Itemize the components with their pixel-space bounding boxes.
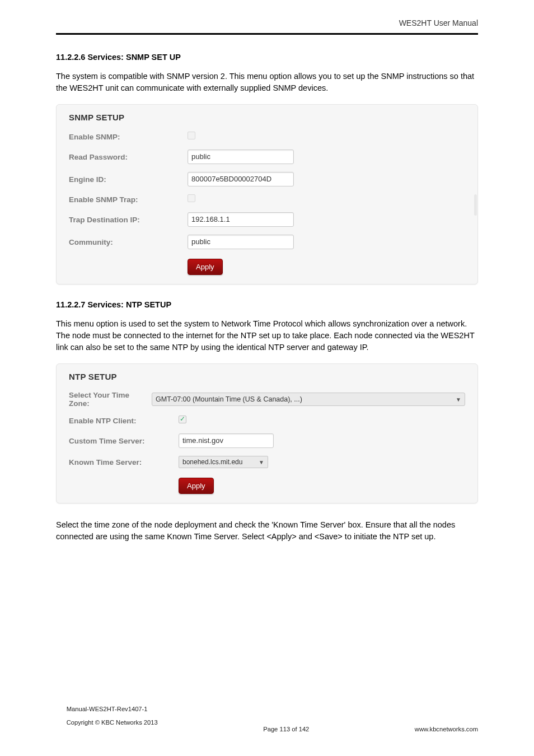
snmp-apply-button[interactable]: Apply: [188, 259, 223, 275]
section-para-ntp: This menu option is used to set the syst…: [56, 318, 478, 353]
enable-snmp-checkbox[interactable]: [188, 132, 195, 139]
read-password-input[interactable]: public: [188, 150, 294, 164]
snmp-setup-panel: SNMP SETUP Enable SNMP: Read Password: p…: [56, 104, 478, 284]
scrollbar-stub: [474, 194, 477, 216]
timezone-select[interactable]: GMT-07:00 (Mountain Time (US & Canada), …: [152, 393, 465, 406]
chevron-down-icon: ▼: [259, 459, 264, 465]
trap-destination-ip-label: Trap Destination IP:: [69, 216, 188, 224]
engine-id-label: Engine ID:: [69, 175, 188, 184]
enable-snmp-trap-checkbox[interactable]: [188, 194, 195, 202]
enable-snmp-trap-label: Enable SNMP Trap:: [69, 195, 188, 204]
footer-copyright: Copyright © KBC Networks 2013: [67, 719, 158, 726]
page-footer: Manual-WES2HT-Rev1407-1 Copyright © KBC …: [56, 699, 478, 732]
trap-destination-ip-input[interactable]: 192.168.1.1: [188, 212, 294, 227]
closing-paragraph: Select the time zone of the node deploym…: [56, 519, 478, 543]
custom-time-server-input[interactable]: time.nist.gov: [179, 433, 274, 448]
read-password-label: Read Password:: [69, 153, 188, 161]
footer-url: www.kbcnetworks.com: [415, 726, 478, 732]
community-label: Community:: [69, 238, 188, 246]
timezone-label: Select Your Time Zone:: [69, 391, 152, 408]
ntp-setup-panel: NTP SETUP Select Your Time Zone: GMT-07:…: [56, 363, 478, 503]
section-title-snmp: 11.2.2.6 Services: SNMP SET UP: [56, 53, 478, 62]
enable-ntp-client-label: Enable NTP Client:: [69, 417, 179, 425]
footer-page-number: Page 113 of 142: [263, 726, 309, 732]
enable-snmp-label: Enable SNMP:: [69, 133, 188, 141]
footer-manual-rev: Manual-WES2HT-Rev1407-1: [67, 706, 148, 712]
ntp-panel-title: NTP SETUP: [69, 372, 465, 381]
section-title-ntp: 11.2.2.7 Services: NTP SETUP: [56, 300, 478, 309]
enable-ntp-client-checkbox[interactable]: [179, 416, 186, 423]
engine-id-input[interactable]: 800007e5BD00002704D: [188, 172, 294, 186]
header-product-title: WES2HT User Manual: [399, 18, 478, 27]
community-input[interactable]: public: [188, 235, 294, 249]
ntp-apply-button[interactable]: Apply: [179, 478, 214, 494]
custom-time-server-label: Custom Time Server:: [69, 437, 179, 445]
snmp-panel-title: SNMP SETUP: [69, 113, 472, 122]
chevron-down-icon: ▼: [456, 396, 461, 403]
known-time-server-select[interactable]: bonehed.lcs.mit.edu ▼: [179, 456, 268, 468]
timezone-select-value: GMT-07:00 (Mountain Time (US & Canada), …: [156, 395, 302, 403]
known-time-server-value: bonehed.lcs.mit.edu: [182, 458, 242, 466]
header-rule: [56, 33, 478, 35]
known-time-server-label: Known Time Server:: [69, 458, 179, 466]
section-para-snmp: The system is compatible with SNMP versi…: [56, 71, 478, 94]
